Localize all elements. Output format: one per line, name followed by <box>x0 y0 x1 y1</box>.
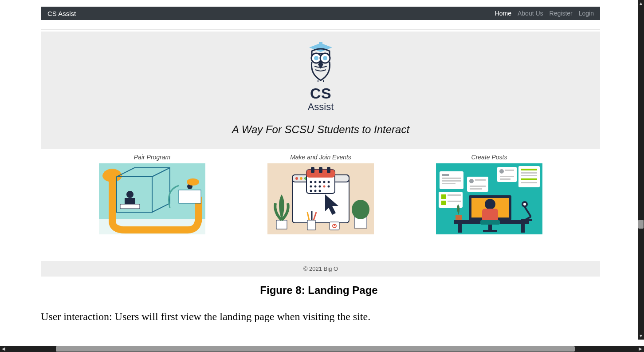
feature-title: Pair Program <box>90 154 214 161</box>
svg-point-46 <box>352 200 369 219</box>
webapp-screenshot: CS Assist Home About Us Register Login <box>41 7 600 277</box>
figure-caption: Figure 8: Landing Page <box>0 284 638 297</box>
svg-point-41 <box>319 190 321 192</box>
svg-rect-62 <box>448 194 461 196</box>
nav-link-register[interactable]: Register <box>550 10 573 17</box>
svg-rect-72 <box>505 170 514 171</box>
vertical-scrollbar[interactable]: ▲ ▼ <box>638 0 644 340</box>
svg-point-31 <box>314 181 317 183</box>
scroll-left-arrow-icon[interactable]: ◀ <box>0 346 7 352</box>
svg-rect-58 <box>442 180 461 182</box>
navbar: CS Assist Home About Us Register Login <box>41 7 600 20</box>
svg-rect-69 <box>470 188 482 190</box>
nav-link-login[interactable]: Login <box>579 10 594 17</box>
svg-point-92 <box>523 203 526 206</box>
svg-point-35 <box>310 186 312 188</box>
brand-label[interactable]: CS Assist <box>47 10 76 17</box>
svg-point-42 <box>323 186 326 188</box>
scroll-right-arrow-icon[interactable]: ▶ <box>637 346 644 352</box>
scroll-down-arrow-icon[interactable]: ▼ <box>638 332 644 340</box>
logo-text-cs: CS <box>41 85 600 102</box>
svg-rect-79 <box>521 178 537 180</box>
hero-tagline: A Way For SCSU Students to Interact <box>41 123 600 136</box>
svg-point-38 <box>328 186 330 188</box>
svg-rect-67 <box>475 179 486 181</box>
svg-rect-68 <box>470 186 486 187</box>
svg-rect-82 <box>458 224 462 233</box>
vertical-scroll-thumb[interactable] <box>638 220 644 229</box>
svg-rect-83 <box>521 224 525 233</box>
svg-rect-61 <box>441 194 446 199</box>
svg-rect-96 <box>456 215 462 220</box>
svg-point-37 <box>319 186 321 188</box>
feature-title: Create Posts <box>427 154 551 161</box>
document-area: CS Assist Home About Us Register Login <box>0 0 638 340</box>
svg-point-40 <box>314 190 317 192</box>
logo-text-assist: Assist <box>41 101 600 113</box>
svg-rect-47 <box>307 220 315 230</box>
svg-rect-28 <box>319 167 322 173</box>
svg-rect-78 <box>521 175 537 176</box>
svg-rect-87 <box>482 209 498 222</box>
svg-rect-15 <box>120 204 140 209</box>
svg-rect-29 <box>327 167 330 173</box>
svg-rect-1 <box>319 42 322 44</box>
svg-point-32 <box>319 181 321 183</box>
nav-link-home[interactable]: Home <box>495 10 511 17</box>
footer: © 2021 Big O <box>41 261 600 277</box>
svg-point-23 <box>300 177 302 180</box>
svg-point-5 <box>323 56 327 60</box>
features-row: Pair Program <box>41 149 600 234</box>
svg-point-33 <box>323 181 326 183</box>
posts-illustration-icon <box>436 163 542 234</box>
svg-rect-64 <box>448 201 461 202</box>
body-text: User interaction: Users will first view … <box>41 311 370 323</box>
svg-point-4 <box>314 56 318 60</box>
feature-pair-program: Pair Program <box>90 154 214 234</box>
svg-rect-44 <box>276 220 287 229</box>
svg-point-36 <box>314 186 317 188</box>
svg-point-30 <box>310 181 312 183</box>
svg-rect-80 <box>521 182 537 183</box>
svg-rect-76 <box>521 169 537 170</box>
viewport: CS Assist Home About Us Register Login <box>0 0 644 352</box>
svg-rect-60 <box>439 192 463 208</box>
svg-rect-27 <box>311 167 314 173</box>
svg-point-13 <box>126 191 134 198</box>
svg-rect-90 <box>483 230 497 232</box>
horizontal-scroll-track[interactable] <box>7 346 637 352</box>
events-illustration-icon <box>267 163 374 234</box>
svg-point-22 <box>295 177 298 180</box>
svg-rect-56 <box>442 174 449 176</box>
svg-point-39 <box>310 190 312 192</box>
horizontal-scroll-thumb[interactable] <box>56 346 575 352</box>
bottom-strip <box>0 340 644 346</box>
feature-posts: Create Posts <box>427 154 551 234</box>
svg-rect-16 <box>179 190 201 203</box>
svg-rect-74 <box>500 178 510 180</box>
svg-rect-63 <box>441 201 446 205</box>
svg-rect-77 <box>521 172 537 174</box>
svg-rect-73 <box>500 176 514 177</box>
svg-point-18 <box>187 178 199 186</box>
svg-point-66 <box>469 179 474 183</box>
svg-rect-59 <box>442 183 456 184</box>
svg-point-34 <box>328 181 330 183</box>
feature-events: Make and Join Events <box>259 154 383 234</box>
divider <box>41 20 600 30</box>
svg-rect-95 <box>521 219 532 221</box>
pair-program-illustration-icon <box>99 163 205 234</box>
svg-point-86 <box>485 199 495 210</box>
svg-rect-88 <box>480 220 500 225</box>
svg-rect-89 <box>488 225 492 231</box>
svg-rect-57 <box>442 178 461 179</box>
horizontal-scrollbar[interactable]: ◀ ▶ <box>0 346 644 352</box>
nav-links: Home About Us Register Login <box>495 10 594 17</box>
nav-link-about-us[interactable]: About Us <box>518 10 543 17</box>
svg-point-71 <box>499 169 504 174</box>
scroll-up-arrow-icon[interactable]: ▲ <box>638 0 644 7</box>
hero: CS Assist A Way For SCSU Students to Int… <box>41 32 600 149</box>
feature-title: Make and Join Events <box>259 154 383 161</box>
owl-logo-icon <box>41 42 600 82</box>
